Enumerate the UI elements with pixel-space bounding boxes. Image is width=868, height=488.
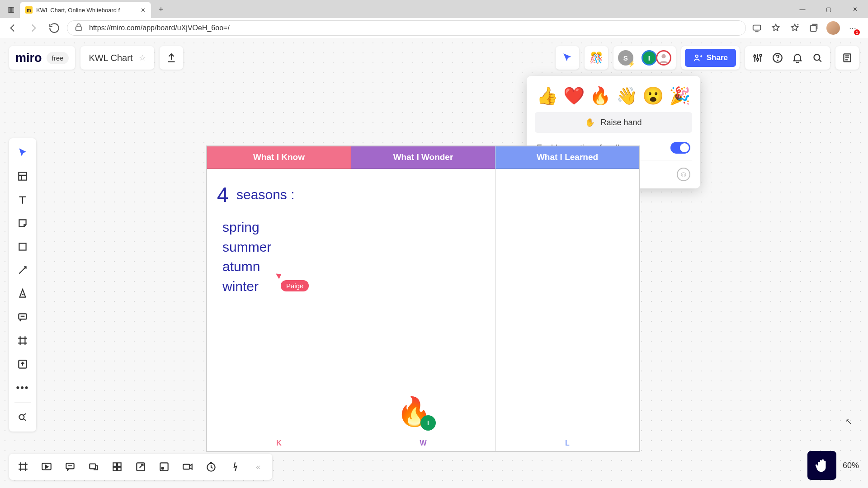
topbar-right: 🎊 S I Share	[556, 46, 859, 70]
tool-shape[interactable]	[12, 236, 33, 258]
top-controls	[745, 46, 830, 70]
reaction-party[interactable]: 🎉	[669, 86, 690, 106]
tool-templates[interactable]	[12, 165, 33, 187]
tool-select[interactable]	[12, 142, 33, 164]
share-button[interactable]: Share	[685, 49, 736, 67]
svg-rect-20	[113, 463, 117, 466]
bt-present-icon[interactable]	[39, 459, 54, 474]
bell-icon[interactable]	[788, 49, 807, 67]
svg-point-3	[661, 54, 665, 58]
avatar-s[interactable]: S	[618, 50, 633, 66]
bt-frames-icon[interactable]	[15, 459, 31, 474]
svg-point-9	[777, 60, 778, 61]
star-add-icon[interactable]	[769, 22, 782, 34]
tab-title: KWL Chart, Online Whiteboard f	[36, 7, 120, 14]
reaction-thumbsup[interactable]: 👍	[537, 86, 558, 106]
tab-actions-icon[interactable]: ▥	[5, 3, 17, 15]
miro-canvas[interactable]: miro free KWL Chart ☆ 🎊 S I	[0, 38, 868, 488]
tool-pen[interactable]	[12, 283, 33, 305]
reaction-heart[interactable]: ❤️	[563, 86, 585, 106]
close-tab-icon[interactable]: ✕	[141, 7, 146, 14]
settings-icon[interactable]	[749, 49, 767, 67]
bottom-right-controls: 60%	[807, 451, 859, 480]
activity-panel-button[interactable]	[835, 46, 859, 70]
bt-collapse-icon[interactable]: «	[250, 459, 266, 474]
kwl-col-w[interactable]: What I Wonder 🔥 I W	[351, 146, 495, 451]
close-window-button[interactable]: ✕	[842, 0, 868, 18]
kwl-chart[interactable]: What I Know 4 seasons : spring summer at…	[206, 145, 640, 452]
tool-comment[interactable]	[12, 306, 33, 328]
raise-hand-button[interactable]: ✋ Raise hand	[535, 112, 692, 133]
kwl-col-l[interactable]: What I Learned L	[495, 146, 639, 451]
svg-point-5	[754, 56, 755, 57]
bt-screenshare-icon[interactable]	[86, 459, 101, 474]
bt-comments-icon[interactable]	[62, 459, 78, 474]
svg-rect-27	[183, 465, 189, 469]
star-icon[interactable]: ☆	[139, 53, 146, 63]
enable-reactions-toggle[interactable]	[670, 142, 690, 154]
collaborator-avatars[interactable]: S I	[613, 46, 676, 70]
kwl-body-l[interactable]	[495, 169, 639, 436]
avatar-i[interactable]: I	[642, 50, 657, 66]
board-title: KWL Chart	[89, 53, 132, 63]
collections-icon[interactable]	[807, 22, 820, 34]
search-icon[interactable]	[808, 49, 826, 67]
new-tab-button[interactable]: ＋	[154, 2, 168, 16]
tool-text[interactable]	[12, 189, 33, 211]
reaction-author-avatar: I	[420, 415, 436, 431]
tool-line[interactable]	[12, 259, 33, 281]
forward-button[interactable]	[25, 20, 42, 36]
reaction-fire[interactable]: 🔥	[590, 86, 611, 106]
kwl-body-k[interactable]: 4 seasons : spring summer atumn winter P…	[207, 169, 351, 436]
follow-cursor-button[interactable]	[556, 46, 579, 70]
desktop-icon[interactable]	[750, 22, 763, 34]
avatar-photo[interactable]	[656, 50, 671, 66]
export-button[interactable]	[160, 46, 183, 70]
kwl-footer-w: W	[351, 436, 495, 451]
minimize-button[interactable]: —	[789, 0, 816, 18]
kwl-col-k[interactable]: What I Know 4 seasons : spring summer at…	[207, 146, 351, 451]
tool-upload[interactable]	[12, 353, 33, 375]
hand-tool-button[interactable]	[807, 451, 836, 480]
browser-tab[interactable]: m KWL Chart, Online Whiteboard f ✕	[20, 2, 151, 18]
svg-rect-0	[76, 27, 82, 30]
feedback-icon: ☺	[677, 168, 690, 181]
tool-apps[interactable]	[12, 406, 33, 428]
kwl-body-w[interactable]: 🔥 I	[351, 169, 495, 436]
svg-point-10	[814, 54, 820, 60]
confetti-icon: 🎊	[590, 52, 603, 64]
kwl-footer-k: K	[207, 436, 351, 451]
reload-button[interactable]	[46, 20, 62, 36]
reactions-button[interactable]: 🎊	[585, 46, 608, 70]
bt-timer-icon[interactable]	[203, 459, 219, 474]
bt-note-icon[interactable]	[156, 459, 172, 474]
favorites-icon[interactable]	[788, 22, 801, 34]
tool-frame[interactable]	[12, 330, 33, 352]
handwriting-item: spring	[222, 217, 295, 237]
reaction-wow[interactable]: 😮	[642, 86, 664, 106]
reaction-wave[interactable]: 👋	[616, 86, 637, 106]
menu-icon[interactable]: ⋯1	[846, 22, 859, 34]
address-bar: https://miro.com/app/board/uXjVOeH_6oo=/…	[0, 18, 868, 38]
browser-chrome: ▥ m KWL Chart, Online Whiteboard f ✕ ＋ —…	[0, 0, 868, 38]
maximize-button[interactable]: ▢	[816, 0, 842, 18]
handwriting-number: 4	[217, 179, 229, 211]
back-button[interactable]	[5, 20, 21, 36]
tool-more[interactable]: •••	[12, 377, 33, 399]
collaborator-label: Paige	[281, 280, 309, 291]
bt-cards-icon[interactable]	[109, 459, 125, 474]
favicon-icon: m	[25, 6, 33, 14]
logo-card[interactable]: miro free	[9, 46, 75, 70]
zoom-level[interactable]: 60%	[843, 461, 859, 470]
help-icon[interactable]	[769, 49, 787, 67]
bt-video-icon[interactable]	[180, 459, 195, 474]
bt-voting-icon[interactable]	[227, 459, 242, 474]
lock-icon	[74, 22, 84, 34]
board-title-card[interactable]: KWL Chart ☆	[80, 46, 154, 70]
bt-export-icon[interactable]	[133, 459, 148, 474]
floating-reaction-fire: 🔥 I	[396, 395, 431, 428]
url-field[interactable]: https://miro.com/app/board/uXjVOeH_6oo=/	[67, 20, 746, 36]
tool-sticky[interactable]	[12, 212, 33, 234]
profile-avatar[interactable]	[826, 21, 840, 35]
svg-point-26	[162, 467, 164, 469]
